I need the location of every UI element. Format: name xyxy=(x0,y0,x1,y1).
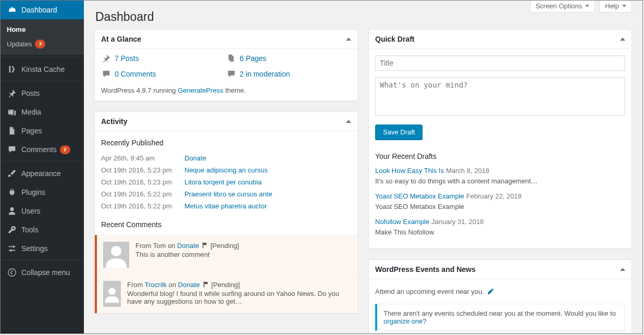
avatar xyxy=(103,281,121,307)
menu-label: Dashboard xyxy=(21,6,57,14)
notice-suffix: ? xyxy=(423,317,426,325)
menu-pages[interactable]: Pages xyxy=(1,121,84,140)
collapse-icon xyxy=(7,267,17,278)
comment-item[interactable]: From Trocrilk on Donate[Pending] Wonderf… xyxy=(97,274,357,313)
quick-draft-box: Quick Draft Save Draft Your Recent Draft… xyxy=(368,29,632,249)
activity-header[interactable]: Activity xyxy=(95,112,357,131)
svg-point-2 xyxy=(108,288,116,295)
draft-title-input[interactable] xyxy=(375,55,625,71)
save-draft-button[interactable]: Save Draft xyxy=(375,125,423,140)
events-attend-text: Attend an upcoming event near you. xyxy=(375,288,625,296)
menu-posts[interactable]: Posts xyxy=(1,84,84,103)
dashboard-icon xyxy=(7,5,17,15)
submenu-updates[interactable]: Updates 3 xyxy=(1,36,84,52)
media-icon xyxy=(7,107,17,117)
menu-label: Collapse menu xyxy=(21,268,70,277)
draft-content-input[interactable] xyxy=(375,77,625,116)
pub-date: Oct 19th 2016, 5:23 pm xyxy=(101,166,184,174)
comment-on: on xyxy=(167,281,178,289)
comment-from: From Tom on xyxy=(135,242,177,250)
menu-label: Posts xyxy=(21,89,40,97)
at-a-glance-box: At a Glance 7 Posts 6 Pages 0 Comments 2… xyxy=(94,29,358,101)
help-tab[interactable]: Help xyxy=(599,1,632,13)
at-a-glance-header[interactable]: At a Glance xyxy=(95,30,357,49)
submenu-home[interactable]: Home xyxy=(1,22,84,36)
recent-comments-heading: Recent Comments xyxy=(101,220,351,229)
comment-post-link[interactable]: Donate xyxy=(177,242,199,250)
glance-moderation: 2 in moderation xyxy=(226,69,351,79)
draft-link[interactable]: Look How Easy This Is xyxy=(375,167,444,175)
menu-kinsta-cache[interactable]: Kinsta Cache xyxy=(1,60,84,79)
published-item: Oct 19th 2016, 5:22 pmPraesent libro se … xyxy=(101,188,351,200)
brush-icon xyxy=(7,168,17,179)
menu-plugins[interactable]: Plugins xyxy=(1,183,84,202)
pages-icon xyxy=(226,53,237,64)
screen-options-tab[interactable]: Screen Options xyxy=(530,1,596,13)
posts-link[interactable]: 7 Posts xyxy=(115,54,139,63)
sliders-icon xyxy=(7,243,17,254)
menu-label: Comments xyxy=(21,145,57,154)
glance-posts: 7 Posts xyxy=(101,53,226,64)
svg-point-0 xyxy=(8,269,16,276)
menu-collapse[interactable]: Collapse menu xyxy=(1,263,84,282)
menu-label: Pages xyxy=(21,127,42,135)
draft-date: February 22, 2018 xyxy=(466,192,522,200)
menu-appearance[interactable]: Appearance xyxy=(1,164,84,183)
draft-item: Look How Easy This IsMarch 8, 2018It's s… xyxy=(375,166,625,186)
flag-icon xyxy=(202,281,209,290)
pages-link[interactable]: 6 Pages xyxy=(240,54,266,63)
pub-date: Oct 19th 2016, 5:22 pm xyxy=(101,202,184,210)
version-suffix: theme. xyxy=(224,86,246,94)
comment-status: [Pending] xyxy=(212,281,240,289)
pub-date: Oct 19th 2016, 5:22 pm xyxy=(101,190,184,198)
comment-from: From xyxy=(127,281,145,289)
events-news-box: WordPress Events and News Attend an upco… xyxy=(368,259,632,333)
activity-box: Activity Recently Published Apr 26th, 9:… xyxy=(94,111,358,314)
theme-link[interactable]: GeneratePress xyxy=(178,86,223,94)
comment-text: Wonderful blog! I found it while surfing… xyxy=(127,290,351,305)
draft-link[interactable]: Nofollow Example xyxy=(375,218,429,226)
menu-dashboard[interactable]: Dashboard xyxy=(1,1,84,19)
menu-users[interactable]: Users xyxy=(1,202,84,220)
comment-post-link[interactable]: Donate xyxy=(178,281,200,289)
organize-link[interactable]: organize one xyxy=(383,317,423,325)
chevron-down-icon xyxy=(622,5,626,7)
version-text: WordPress 4.9.7 running xyxy=(101,86,178,94)
updates-badge: 3 xyxy=(35,40,45,48)
menu-label: Kinsta Cache xyxy=(21,65,65,73)
comments-badge: 2 xyxy=(60,145,70,154)
comment-author-link[interactable]: Trocrilk xyxy=(145,281,167,289)
events-header[interactable]: WordPress Events and News xyxy=(369,260,631,279)
comment-status: [Pending] xyxy=(210,242,239,250)
kinsta-icon xyxy=(7,64,17,75)
submenu-updates-label: Updates xyxy=(7,40,32,48)
pub-link[interactable]: Neque adipiscing an cursus xyxy=(184,166,268,174)
pin-icon xyxy=(101,53,112,64)
pub-link[interactable]: Donate xyxy=(184,154,206,162)
pub-link[interactable]: Praesent libro se cursus ante xyxy=(184,190,272,198)
moderation-link[interactable]: 2 in moderation xyxy=(240,70,290,78)
draft-link[interactable]: Yoast SEO Metabox Example xyxy=(375,192,464,200)
glance-pages: 6 Pages xyxy=(226,53,351,64)
notice-text: There aren't any events scheduled near y… xyxy=(383,309,616,317)
quick-draft-header[interactable]: Quick Draft xyxy=(369,30,631,49)
menu-label: Appearance xyxy=(21,169,61,178)
menu-media[interactable]: Media xyxy=(1,103,84,121)
menu-label: Tools xyxy=(21,226,39,234)
wrench-icon xyxy=(7,225,17,235)
menu-settings[interactable]: Settings xyxy=(1,239,84,258)
comment-icon xyxy=(101,69,112,79)
draft-item: Nofollow ExampleJanuary 31, 2018Make Thi… xyxy=(375,217,625,237)
user-icon xyxy=(7,206,17,216)
pub-link[interactable]: Litora torqent per conubia xyxy=(184,178,262,186)
comment-item[interactable]: From Tom on Donate[Pending] This is anot… xyxy=(97,235,357,274)
svg-point-1 xyxy=(111,246,121,256)
pencil-icon[interactable] xyxy=(487,288,494,296)
recently-published-heading: Recently Published xyxy=(101,139,351,147)
draft-excerpt: Yoast SEO Metabox Example xyxy=(375,203,464,210)
draft-item: Yoast SEO Metabox ExampleFebruary 22, 20… xyxy=(375,191,625,212)
menu-tools[interactable]: Tools xyxy=(1,220,84,239)
menu-comments[interactable]: Comments 2 xyxy=(1,140,84,159)
pub-link[interactable]: Metus vitae pharetra auctor xyxy=(184,202,267,210)
comments-link[interactable]: 0 Comments xyxy=(115,70,156,78)
